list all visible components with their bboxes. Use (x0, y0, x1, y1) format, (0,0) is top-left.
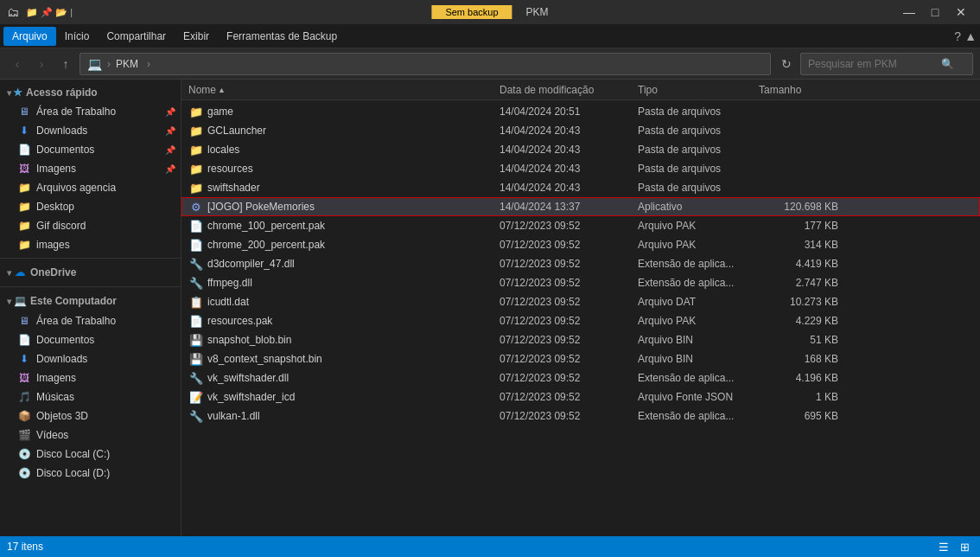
file-row[interactable]: 📝 vk_swiftshader_icd 07/12/2023 09:52 Ar… (181, 387, 980, 407)
file-area: Nome ▲ Data de modificação Tipo Tamanho … (181, 80, 980, 536)
sidebar-section-acesso-rapido[interactable]: ▾ ★ Acesso rápido (0, 83, 181, 102)
forward-button[interactable]: › (31, 54, 52, 74)
column-headers: Nome ▲ Data de modificação Tipo Tamanho (181, 80, 980, 100)
file-row-pokememories[interactable]: ⚙ [JOGO] PokeMemories 14/04/2024 13:37 A… (181, 197, 980, 216)
file-size: 4.419 KB (759, 258, 845, 270)
search-input[interactable] (808, 58, 938, 70)
json-icon: 📝 (188, 389, 204, 405)
file-row[interactable]: 📋 icudtl.dat 07/12/2023 09:52 Arquivo DA… (181, 292, 980, 311)
file-date: 07/12/2023 09:52 (500, 391, 638, 403)
menu-arquivo[interactable]: Arquivo (3, 27, 56, 46)
minimize-button[interactable]: — (897, 3, 921, 21)
chevron-right-icon: ▾ (7, 268, 11, 278)
sidebar-item-images[interactable]: 📁 images (0, 235, 181, 254)
view-list-button[interactable]: ☰ (935, 538, 952, 555)
sidebar-section-computador[interactable]: ▾ 💻 Este Computador (0, 291, 181, 311)
sidebar-item-gif-discord[interactable]: 📁 Gif discord (0, 216, 181, 235)
sidebar-item-documentos-quick[interactable]: 📄 Documentos 📌 (0, 140, 181, 159)
file-date: 07/12/2023 09:52 (500, 372, 638, 384)
sidebar-item-videos-pc[interactable]: 🎬 Vídeos (0, 426, 181, 445)
menu-compartilhar[interactable]: Compartilhar (98, 27, 175, 46)
file-row[interactable]: 💾 v8_context_snapshot.bin 07/12/2023 09:… (181, 349, 980, 368)
menu-bar: Arquivo Início Compartilhar Exibir Ferra… (0, 24, 980, 48)
sidebar-item-desktop[interactable]: 📁 Desktop (0, 197, 181, 216)
file-row[interactable]: 📄 resources.pak 07/12/2023 09:52 Arquivo… (181, 311, 980, 330)
file-row[interactable]: 📁 game 14/04/2024 20:51 Pasta de arquivo… (181, 102, 980, 121)
pak-icon: 📄 (188, 313, 204, 329)
sidebar-divider (0, 258, 181, 259)
file-date: 07/12/2023 09:52 (500, 220, 638, 232)
drive-d-icon: 💿 (17, 466, 31, 480)
sidebar-item-documentos-pc[interactable]: 📄 Documentos (0, 330, 181, 349)
file-name: icudtl.dat (207, 296, 500, 308)
file-row[interactable]: 🔧 vk_swiftshader.dll 07/12/2023 09:52 Ex… (181, 368, 980, 387)
search-icon: 🔍 (941, 58, 954, 70)
file-type: Arquivo PAK (638, 239, 759, 251)
help-icon: ? (954, 29, 961, 43)
file-size: 2.747 KB (759, 277, 845, 289)
sidebar-section-onedrive[interactable]: ▾ ☁ OneDrive (0, 262, 181, 283)
sidebar-item-disco-d[interactable]: 💿 Disco Local (D:) (0, 464, 181, 483)
file-name: resources.pak (207, 315, 500, 327)
file-row[interactable]: 🔧 ffmpeg.dll 07/12/2023 09:52 Extensão d… (181, 273, 980, 292)
file-size: 168 KB (759, 353, 845, 365)
breadcrumb-sep: › (107, 58, 111, 70)
sidebar-item-area-trabalho-pc[interactable]: 🖥 Área de Trabalho (0, 311, 181, 330)
sidebar-item-imagens-pc[interactable]: 🖼 Imagens (0, 368, 181, 387)
menu-exibir[interactable]: Exibir (175, 27, 218, 46)
file-row[interactable]: 📁 locales 14/04/2024 20:43 Pasta de arqu… (181, 140, 980, 159)
sidebar-item-downloads-pc[interactable]: ⬇ Downloads (0, 349, 181, 368)
back-button[interactable]: ‹ (7, 54, 28, 74)
up-button[interactable]: ↑ (55, 54, 76, 74)
menu-ferramentas[interactable]: Ferramentas de Backup (218, 27, 346, 46)
file-row[interactable]: 🔧 d3dcompiler_47.dll 07/12/2023 09:52 Ex… (181, 254, 980, 273)
refresh-button[interactable]: ↻ (776, 54, 797, 74)
file-row[interactable]: 📁 resources 14/04/2024 20:43 Pasta de ar… (181, 159, 980, 178)
sidebar-label: Documentos (36, 334, 94, 346)
sort-arrow-icon: ▲ (218, 86, 226, 94)
col-header-date[interactable]: Data de modificação (500, 84, 638, 96)
title-center: Sem backup PKM (431, 5, 548, 19)
chevron-down-icon: ▾ (7, 88, 11, 98)
close-button[interactable]: ✕ (949, 3, 973, 21)
sidebar-item-arquivos-agencia[interactable]: 📁 Arquivos agencia (0, 178, 181, 197)
file-size: 177 KB (759, 220, 845, 232)
search-box[interactable]: 🔍 (800, 53, 973, 75)
file-row[interactable]: 📁 swiftshader 14/04/2024 20:43 Pasta de … (181, 178, 980, 197)
pak-icon: 📄 (188, 237, 204, 253)
file-date: 14/04/2024 20:43 (500, 144, 638, 156)
folder-icon: 📁 (17, 181, 31, 195)
maximize-button[interactable]: □ (923, 3, 947, 21)
col-header-name[interactable]: Nome ▲ (188, 84, 500, 96)
file-date: 14/04/2024 20:51 (500, 106, 638, 118)
file-size: 10.273 KB (759, 296, 845, 308)
sidebar-item-disco-c[interactable]: 💿 Disco Local (C:) (0, 445, 181, 464)
sidebar-item-objetos3d-pc[interactable]: 📦 Objetos 3D (0, 407, 181, 426)
file-name: resources (207, 163, 500, 175)
breadcrumb[interactable]: 💻 › PKM › (80, 53, 771, 75)
folder-icon: 📁 (188, 123, 204, 138)
file-row[interactable]: 📁 GCLauncher 14/04/2024 20:43 Pasta de a… (181, 121, 980, 140)
sidebar-item-downloads-quick[interactable]: ⬇ Downloads 📌 (0, 121, 181, 140)
file-row[interactable]: 📄 chrome_200_percent.pak 07/12/2023 09:5… (181, 235, 980, 254)
file-row[interactable]: 💾 snapshot_blob.bin 07/12/2023 09:52 Arq… (181, 330, 980, 349)
menu-inicio[interactable]: Início (56, 27, 99, 46)
file-name: swiftshader (207, 182, 500, 194)
sidebar-label: Área de Trabalho (36, 106, 116, 118)
col-date-label: Data de modificação (500, 84, 594, 96)
sidebar-item-imagens-quick[interactable]: 🖼 Imagens 📌 (0, 159, 181, 178)
file-size: 51 KB (759, 334, 845, 346)
file-name: vulkan-1.dll (207, 410, 500, 422)
col-header-type[interactable]: Tipo (638, 84, 759, 96)
dat-icon: 📋 (188, 294, 204, 310)
sidebar-item-musicas-pc[interactable]: 🎵 Músicas (0, 387, 181, 407)
file-row[interactable]: 📄 chrome_100_percent.pak 07/12/2023 09:5… (181, 216, 980, 235)
sidebar-item-area-trabalho-quick[interactable]: 🖥 Área de Trabalho 📌 (0, 102, 181, 121)
pin-icon: 📌 (165, 145, 175, 155)
view-grid-button[interactable]: ⊞ (956, 538, 973, 555)
file-date: 07/12/2023 09:52 (500, 334, 638, 346)
file-name: chrome_200_percent.pak (207, 239, 500, 251)
file-date: 07/12/2023 09:52 (500, 239, 638, 251)
col-header-size[interactable]: Tamanho (759, 84, 845, 96)
file-row[interactable]: 🔧 vulkan-1.dll 07/12/2023 09:52 Extensão… (181, 407, 980, 426)
